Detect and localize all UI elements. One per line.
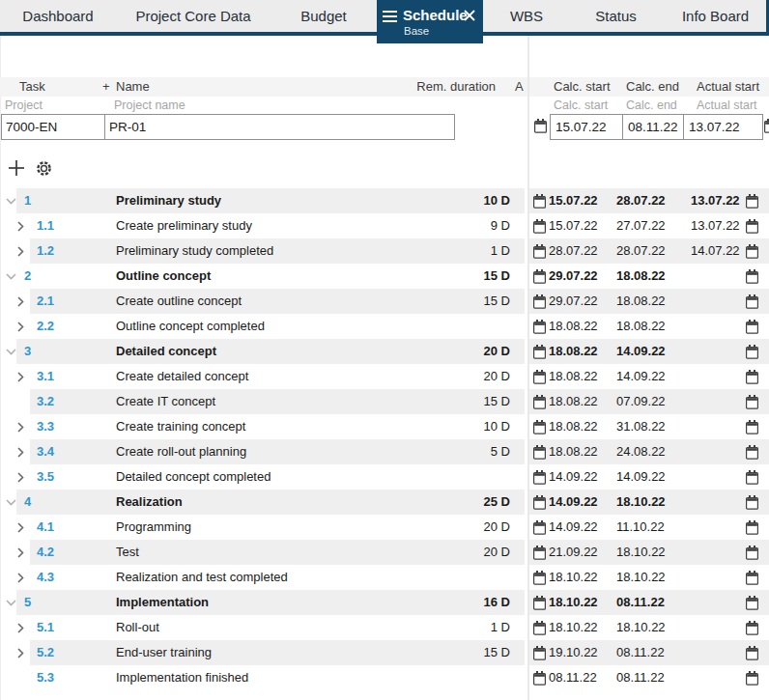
chevron-right-icon[interactable]	[17, 648, 24, 658]
tab-status[interactable]: Status	[570, 0, 662, 32]
calc-end-date[interactable]: 18.10.22	[616, 490, 666, 515]
calendar-icon[interactable]	[533, 244, 546, 259]
table-row[interactable]: 3.3 Create training concept 10 D 18.08.2…	[0, 414, 769, 439]
calendar-icon[interactable]	[746, 370, 758, 384]
calc-start-date[interactable]: 14.09.22	[549, 464, 598, 490]
settings-button[interactable]	[33, 157, 54, 179]
table-row[interactable]: 3.5 Detailed concept completed 14.09.22 …	[0, 464, 769, 490]
calc-start-date[interactable]: 21.09.22	[549, 540, 598, 565]
calc-end-date[interactable]: 18.10.22	[616, 565, 666, 590]
calendar-icon[interactable]	[746, 269, 758, 284]
table-row[interactable]: 2.2 Outline concept completed 18.08.22 1…	[0, 314, 769, 339]
chevron-right-icon[interactable]	[17, 422, 24, 433]
tab-project-core-data[interactable]: Project Core Data	[116, 0, 271, 32]
calendar-icon[interactable]	[533, 596, 546, 610]
table-row[interactable]: 1.2 Preliminary study completed 1 D 28.0…	[0, 238, 769, 264]
calendar-icon[interactable]	[746, 671, 758, 686]
calendar-icon[interactable]	[746, 596, 758, 610]
calc-end-date[interactable]: 31.08.22	[616, 414, 666, 439]
project-actual-start-input[interactable]: 13.07.22	[684, 115, 762, 139]
table-row[interactable]: 4.2 Test 20 D 21.09.22 18.10.22	[0, 540, 769, 565]
calendar-icon[interactable]	[746, 395, 758, 409]
col-rem-duration[interactable]: Rem. duration	[416, 79, 496, 94]
table-row[interactable]: 5.3 Implementation finished 08.11.22 08.…	[0, 665, 769, 690]
calc-start-date[interactable]: 29.07.22	[549, 264, 598, 289]
calendar-icon[interactable]	[746, 621, 758, 635]
chevron-down-icon[interactable]	[6, 600, 16, 606]
calendar-icon[interactable]	[746, 546, 758, 560]
tab-wbs[interactable]: WBS	[483, 0, 570, 32]
calc-end-date[interactable]: 24.08.22	[616, 439, 666, 464]
chevron-down-icon[interactable]	[6, 349, 16, 355]
calc-start-date[interactable]: 19.10.22	[549, 640, 598, 665]
chevron-right-icon[interactable]	[17, 547, 24, 558]
project-calc-start-input[interactable]: 15.07.22	[551, 115, 623, 139]
calc-end-date[interactable]: 14.09.22	[616, 364, 666, 389]
calc-start-date[interactable]: 08.11.22	[549, 665, 597, 690]
col-calc-end[interactable]: Calc. end	[626, 79, 679, 94]
col-actual-start[interactable]: Actual start	[697, 79, 759, 94]
tab-menu-icon[interactable]	[383, 11, 397, 22]
chevron-down-icon[interactable]	[6, 273, 16, 280]
calc-end-date[interactable]: 08.11.22	[616, 640, 665, 665]
table-row[interactable]: 5.2 End-user training 15 D 19.10.22 08.1…	[0, 640, 769, 665]
calc-start-date[interactable]: 15.07.22	[549, 188, 598, 213]
add-column-icon[interactable]: +	[102, 79, 110, 94]
calc-start-date[interactable]: 18.08.22	[549, 414, 598, 439]
calendar-icon[interactable]	[533, 194, 546, 209]
project-name-input[interactable]: PR-01	[105, 115, 454, 139]
calc-start-date[interactable]: 18.10.22	[549, 615, 598, 640]
table-row[interactable]: 2.1 Create outline concept 15 D 29.07.22…	[0, 289, 769, 314]
calendar-icon[interactable]	[746, 420, 758, 434]
chevron-right-icon[interactable]	[17, 522, 24, 533]
calendar-icon[interactable]	[533, 269, 546, 284]
table-row[interactable]: 4 Realization 25 D 14.09.22 18.10.22	[0, 490, 769, 515]
calc-start-date[interactable]: 28.07.22	[549, 238, 598, 264]
calendar-icon[interactable]	[746, 571, 758, 585]
calc-end-date[interactable]: 18.08.22	[616, 314, 666, 339]
tab-dashboard[interactable]: Dashboard	[0, 0, 116, 32]
table-row[interactable]: 3.1 Create detailed concept 20 D 18.08.2…	[0, 364, 769, 389]
calc-start-date[interactable]: 18.10.22	[549, 565, 598, 590]
calc-start-date[interactable]: 18.08.22	[549, 339, 598, 364]
calc-end-date[interactable]: 28.07.22	[616, 238, 666, 264]
calc-start-date[interactable]: 14.09.22	[549, 515, 598, 540]
calendar-icon[interactable]	[746, 219, 758, 234]
calc-start-date[interactable]: 15.07.22	[549, 213, 598, 238]
table-row[interactable]: 3.2 Create IT concept 15 D 18.08.22 07.0…	[0, 389, 769, 414]
calendar-icon[interactable]	[533, 420, 546, 434]
calendar-icon[interactable]	[533, 294, 546, 309]
tab-schedule[interactable]: Schedule Base	[377, 0, 483, 43]
add-task-button[interactable]	[6, 157, 27, 179]
calc-end-date[interactable]: 08.11.22	[616, 590, 665, 615]
tab-info-board[interactable]: Info Board	[662, 0, 769, 32]
actual-start-date[interactable]: 13.07.22	[691, 213, 740, 238]
calendar-icon[interactable]	[533, 646, 546, 660]
table-row[interactable]: 4.1 Programming 20 D 14.09.22 11.10.22	[0, 515, 769, 540]
calc-end-date[interactable]: 14.09.22	[616, 339, 666, 364]
project-id-input[interactable]: 7000-EN	[2, 115, 105, 139]
calendar-icon[interactable]	[533, 546, 546, 560]
chevron-right-icon[interactable]	[17, 623, 24, 633]
calc-end-date[interactable]: 18.08.22	[616, 289, 666, 314]
chevron-right-icon[interactable]	[17, 472, 24, 483]
calc-start-date[interactable]: 18.08.22	[549, 364, 598, 389]
calendar-icon[interactable]	[533, 445, 546, 460]
calendar-icon[interactable]	[534, 119, 547, 133]
col-name[interactable]: Name	[116, 79, 150, 94]
calc-end-date[interactable]: 18.10.22	[616, 540, 666, 565]
calendar-icon[interactable]	[746, 244, 758, 259]
table-row[interactable]: 5 Implementation 16 D 18.10.22 08.11.22	[0, 590, 769, 615]
calc-end-date[interactable]: 18.10.22	[616, 615, 666, 640]
chevron-right-icon[interactable]	[17, 221, 24, 232]
calc-end-date[interactable]: 18.08.22	[616, 264, 666, 289]
calendar-icon[interactable]	[764, 119, 769, 133]
calendar-icon[interactable]	[746, 345, 758, 359]
table-row[interactable]: 1 Preliminary study 10 D 15.07.22 28.07.…	[0, 188, 769, 213]
table-row[interactable]: 3 Detailed concept 20 D 18.08.22 14.09.2…	[0, 339, 769, 364]
calendar-icon[interactable]	[533, 370, 546, 384]
calc-end-date[interactable]: 28.07.22	[616, 188, 666, 213]
calendar-icon[interactable]	[533, 345, 546, 359]
project-calc-end-input[interactable]: 08.11.22	[623, 115, 684, 139]
chevron-right-icon[interactable]	[17, 322, 24, 332]
